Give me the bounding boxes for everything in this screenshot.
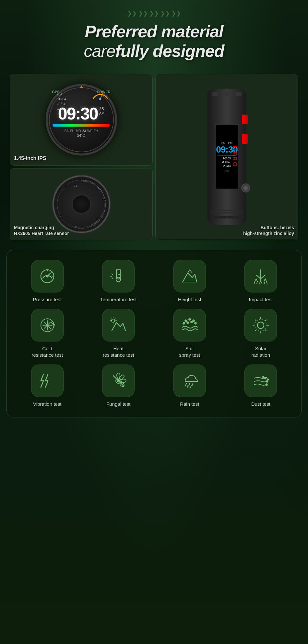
svg-point-38 (257, 322, 264, 328)
test-item-solar: Solarradiation (227, 309, 295, 358)
test-icon-heat (102, 309, 135, 341)
test-label-heat: Heatresistance test (103, 345, 134, 358)
svg-point-62 (263, 376, 264, 378)
svg-point-12 (116, 277, 121, 282)
test-item-salt: Saltspray test (156, 309, 224, 358)
hero-brand-text: HERO (231, 146, 238, 168)
watch-front-label: 1.45-inch IPS (14, 155, 46, 161)
thermometer-icon (109, 267, 127, 285)
watch-card-front: GPS POWER ‹04 103.4 ‹03:4 103.4 (10, 74, 153, 166)
test-label-height: Height test (178, 296, 201, 303)
test-icon-pressure (31, 260, 64, 292)
page-wrapper: ❯❯ ❯❯ ❯❯ ❯❯ ❯❯ Preferred material carefu… (0, 0, 308, 644)
watch-card-back: HERO PRO · SMART WATCH OUTDOOR · SENSOR … (10, 168, 153, 240)
hex-pattern (211, 216, 243, 218)
svg-point-63 (266, 384, 267, 386)
svg-point-32 (189, 319, 190, 320)
svg-point-31 (185, 320, 186, 322)
test-item-height: Height test (156, 260, 224, 303)
watch-grid: GPS POWER ‹04 103.4 ‹03:4 103.4 (10, 74, 298, 240)
chevron-icon-2: ❯❯ (138, 10, 148, 17)
test-label-cold: Coldresistance test (31, 345, 63, 358)
chevrons-row: ❯❯ ❯❯ ❯❯ ❯❯ ❯❯ (6, 10, 302, 17)
svg-line-45 (265, 320, 266, 321)
dial-knob (241, 183, 250, 192)
watch-side-simulation: AMPM 09:30 10205 3 1046 V:23B N08 (207, 89, 246, 225)
heat-icon (109, 316, 127, 334)
title-line2: carefully designed (6, 42, 302, 61)
test-label-rain: Rain test (180, 401, 199, 407)
chevron-icon-5: ❯❯ (171, 10, 181, 17)
svg-point-24 (112, 319, 115, 322)
test-icon-vibration (31, 365, 64, 397)
test-item-rain: Rain test (156, 365, 224, 407)
test-icon-rain (173, 365, 206, 397)
svg-line-46 (255, 330, 256, 331)
svg-point-36 (191, 321, 192, 323)
svg-line-7 (51, 272, 52, 272)
svg-line-27 (115, 319, 115, 319)
svg-line-57 (192, 383, 193, 386)
test-label-fungal: Fungal test (106, 401, 130, 407)
test-icon-salt (173, 309, 206, 341)
test-item-vibration: Vibration test (13, 365, 81, 407)
watch-face-simulation: GPS POWER ‹04 103.4 ‹03:4 103.4 (46, 84, 117, 155)
svg-point-35 (187, 322, 188, 324)
svg-point-60 (265, 378, 266, 379)
test-icon-dust (244, 365, 277, 397)
watch-card-side: AMPM 09:30 10205 3 1046 V:23B N08 (155, 74, 298, 240)
pressure-icon (38, 267, 56, 285)
watch-side-label: Buttons. bezels high-strength zinc alloy (243, 225, 294, 236)
test-item-cold: Coldresistance test (13, 309, 81, 358)
svg-point-37 (195, 323, 196, 324)
chevron-icon-3: ❯❯ (149, 10, 159, 17)
test-label-temperature: Temperature test (100, 296, 137, 303)
test-item-heat: Heatresistance test (85, 309, 153, 358)
test-icon-solar (244, 309, 277, 341)
svg-line-44 (265, 330, 266, 331)
svg-point-33 (193, 320, 194, 322)
header-section: ❯❯ ❯❯ ❯❯ ❯❯ ❯❯ Preferred material carefu… (0, 0, 308, 68)
test-icon-cold (31, 309, 64, 341)
vibration-icon (38, 372, 56, 390)
watch-back-label: Magnetic charging HX3605 Heart rate sens… (14, 225, 69, 236)
side-data: 10205 3 1046 V:23B (222, 157, 231, 168)
test-label-vibration: Vibration test (33, 401, 61, 407)
test-label-salt: Saltspray test (179, 345, 200, 358)
test-icon-fungal (102, 365, 135, 397)
dust-icon (252, 372, 270, 390)
test-label-impact: Impact test (249, 296, 273, 303)
svg-line-15 (112, 278, 113, 279)
svg-line-55 (185, 383, 186, 386)
svg-line-43 (255, 320, 256, 321)
main-title: Preferred material carefully designed (6, 22, 302, 61)
test-icon-height (173, 260, 206, 292)
tests-grid: Pressure test Temper (13, 260, 295, 407)
solar-icon (252, 316, 270, 334)
rain-icon (181, 372, 199, 390)
svg-point-61 (267, 381, 268, 382)
title-care: care (84, 42, 115, 60)
tests-section: Pressure test Temper (6, 250, 302, 417)
test-label-dust: Dust test (251, 401, 270, 407)
title-fully: fully designed (115, 42, 224, 60)
cold-icon (38, 316, 56, 334)
svg-point-1 (99, 98, 101, 100)
watch-numbers: ‹04 103.4 ‹03:4 103.4 (57, 92, 66, 111)
impact-icon (252, 267, 270, 285)
test-item-impact: Impact test (227, 260, 295, 303)
svg-point-47 (255, 319, 267, 331)
test-label-solar: Solarradiation (251, 345, 270, 358)
watch-front-image: GPS POWER ‹04 103.4 ‹03:4 103.4 (10, 74, 152, 165)
test-item-temperature: Temperature test (85, 260, 153, 303)
watch-button-top (242, 115, 248, 124)
top-bumps (212, 92, 242, 96)
salt-spray-icon (181, 316, 199, 334)
fungal-icon (109, 372, 127, 390)
svg-line-58 (187, 385, 188, 388)
svg-point-50 (117, 373, 120, 378)
svg-line-54 (113, 376, 124, 386)
svg-point-5 (46, 275, 48, 277)
speedometer-svg (91, 90, 109, 100)
chevron-icon-1: ❯❯ (127, 10, 137, 17)
